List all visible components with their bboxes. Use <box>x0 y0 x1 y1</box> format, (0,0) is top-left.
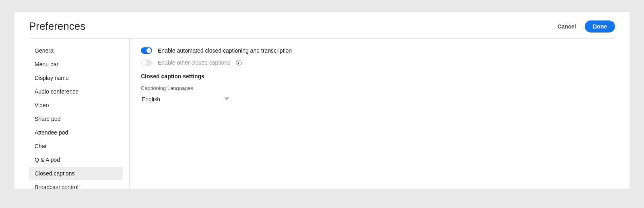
sidebar-item-attendee-pod[interactable]: Attendee pod <box>29 126 123 139</box>
dialog-header: Preferences Cancel Done <box>29 20 615 39</box>
dialog-body: GeneralMenu barDisplay nameAudio confere… <box>29 39 615 189</box>
info-icon[interactable]: i <box>236 60 242 65</box>
content-panel: Enable automated closed captioning and t… <box>130 39 615 189</box>
sidebar-item-broadcast-control[interactable]: Broadcast control <box>29 181 123 189</box>
sidebar-item-q-a-pod[interactable]: Q & A pod <box>29 153 123 166</box>
chevron-down-icon <box>225 97 229 101</box>
sidebar-item-label: Chat <box>35 143 47 149</box>
sidebar-item-label: Video <box>35 102 49 108</box>
sidebar-item-menu-bar[interactable]: Menu bar <box>29 58 123 71</box>
option-enable-other-cc: Enable other closed captions i <box>141 59 615 66</box>
sidebar-item-closed-captions[interactable]: Closed captions <box>29 167 123 180</box>
sidebar-item-label: General <box>35 47 55 54</box>
sidebar-item-label: Broadcast control <box>35 184 78 189</box>
field-label-captioning-languages: Captioning Languages <box>141 85 615 91</box>
option-enable-auto-cc: Enable automated closed captioning and t… <box>141 47 615 54</box>
sidebar-item-label: Q & A pod <box>35 157 60 163</box>
sidebar-item-chat[interactable]: Chat <box>29 140 123 153</box>
preferences-dialog: Preferences Cancel Done GeneralMenu barD… <box>14 12 630 189</box>
sidebar: GeneralMenu barDisplay nameAudio confere… <box>29 39 130 189</box>
done-button[interactable]: Done <box>585 20 615 33</box>
sidebar-item-audio-conference[interactable]: Audio conference <box>29 85 123 98</box>
captioning-language-select[interactable]: English <box>141 94 229 104</box>
toggle-enable-other-cc <box>141 59 152 66</box>
sidebar-item-label: Menu bar <box>35 61 58 67</box>
cancel-button[interactable]: Cancel <box>557 23 576 30</box>
toggle-enable-auto-cc[interactable] <box>141 47 152 54</box>
sidebar-item-label: Closed captions <box>35 170 75 177</box>
header-actions: Cancel Done <box>557 20 615 33</box>
sidebar-item-video[interactable]: Video <box>29 99 123 112</box>
sidebar-item-share-pod[interactable]: Share pod <box>29 112 123 125</box>
section-heading-cc-settings: Closed caption settings <box>141 73 615 80</box>
sidebar-item-label: Attendee pod <box>35 129 68 136</box>
sidebar-item-display-name[interactable]: Display name <box>29 71 123 84</box>
select-value: English <box>142 96 160 102</box>
sidebar-item-general[interactable]: General <box>29 44 123 57</box>
sidebar-item-label: Share pod <box>35 116 61 122</box>
toggle-label-other-cc: Enable other closed captions <box>158 59 230 66</box>
dialog-title: Preferences <box>29 20 85 33</box>
toggle-label-auto-cc: Enable automated closed captioning and t… <box>158 47 292 54</box>
sidebar-item-label: Audio conference <box>35 88 78 95</box>
sidebar-item-label: Display name <box>35 75 69 81</box>
